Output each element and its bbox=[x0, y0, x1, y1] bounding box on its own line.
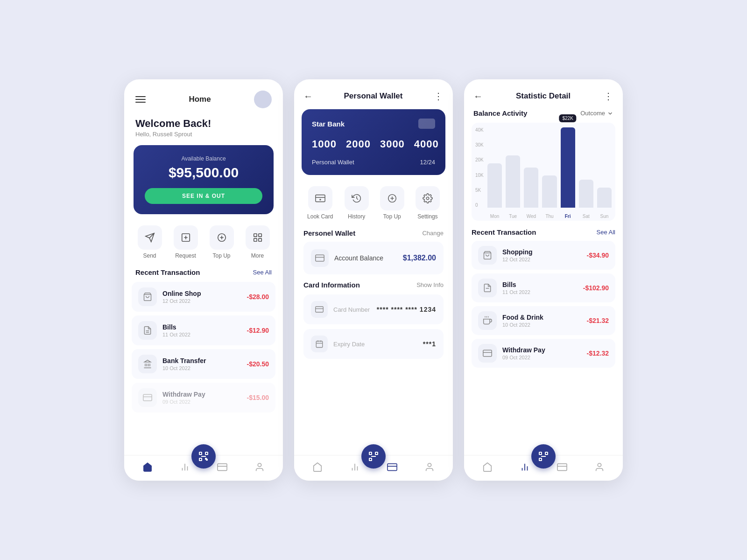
balance-amount: $95,500.00 bbox=[145, 165, 262, 181]
svg-rect-5 bbox=[258, 238, 261, 241]
nav-profile[interactable] bbox=[254, 462, 265, 472]
nav-home[interactable] bbox=[142, 462, 153, 472]
y-5k: 5K bbox=[475, 188, 484, 193]
more-action[interactable]: More bbox=[246, 225, 270, 259]
recent-tx-section: Recent Transaction See All Shopping 12 O… bbox=[464, 228, 623, 368]
request-action[interactable]: Request bbox=[174, 225, 198, 259]
w-nav-wallet[interactable] bbox=[387, 462, 397, 472]
chart-bar[interactable] bbox=[561, 127, 575, 208]
chart-bar[interactable] bbox=[506, 155, 520, 208]
more-label: More bbox=[251, 252, 264, 259]
chart-y-labels: 40K 30K 20K 10K 5K 0 bbox=[475, 127, 484, 208]
w-nav-profile[interactable] bbox=[424, 462, 435, 472]
account-balance-card: Account Balance $1,382.00 bbox=[303, 242, 444, 274]
s3-fab-scan[interactable] bbox=[531, 444, 556, 469]
back-button[interactable]: ← bbox=[303, 91, 313, 102]
outcome-filter[interactable]: Outcome bbox=[580, 110, 613, 117]
card-info-title: Card Information bbox=[303, 281, 360, 289]
statistic-header: ← Statistic Detail ⋮ bbox=[464, 79, 623, 109]
hamburger-icon[interactable] bbox=[135, 96, 146, 103]
svg-rect-32 bbox=[316, 255, 324, 261]
show-info-button[interactable]: Show Info bbox=[416, 281, 444, 288]
chart-x-label: Sat bbox=[579, 214, 593, 219]
card-num-4: 4000 bbox=[414, 138, 439, 150]
s3-bill-icon bbox=[478, 279, 497, 297]
s3-tx-name: Shopping bbox=[502, 248, 581, 256]
s3-see-all[interactable]: See All bbox=[597, 229, 615, 236]
more-icon bbox=[246, 225, 270, 250]
request-label: Request bbox=[175, 252, 196, 259]
s3-back-button[interactable]: ← bbox=[473, 91, 483, 102]
more-menu-button[interactable]: ⋮ bbox=[434, 91, 444, 102]
lookcard-label: Look Card bbox=[307, 213, 333, 220]
balance-activity-title: Balance Activity bbox=[473, 109, 527, 117]
svg-rect-34 bbox=[316, 307, 324, 312]
chart-bar[interactable] bbox=[542, 175, 557, 208]
balance-chart: 40K 30K 20K 10K 5K 0 $22K MonTueWedThuFr… bbox=[472, 123, 615, 221]
w-nav-home[interactable] bbox=[312, 462, 323, 472]
s3-nav-home[interactable] bbox=[482, 462, 493, 472]
s3-more-button[interactable]: ⋮ bbox=[604, 91, 613, 102]
svg-rect-47 bbox=[388, 464, 397, 471]
request-icon bbox=[174, 225, 198, 250]
svg-rect-61 bbox=[545, 452, 548, 455]
account-balance-label: Account Balance bbox=[334, 254, 397, 262]
svg-point-49 bbox=[428, 463, 431, 467]
chart-bar[interactable] bbox=[579, 180, 593, 208]
chart-x-label: Wed bbox=[524, 214, 538, 219]
send-action[interactable]: Send bbox=[138, 225, 162, 259]
s3-nav-stats[interactable] bbox=[520, 462, 530, 472]
table-row: Bills 11 Oct 2022 -$102.90 bbox=[472, 273, 615, 302]
change-button[interactable]: Change bbox=[422, 230, 444, 237]
balance-card: Available Balance $95,500.00 SEE IN & OU… bbox=[134, 145, 274, 214]
s3-tx-amount: -$21.32 bbox=[587, 317, 609, 324]
w-fab-scan[interactable] bbox=[361, 444, 386, 469]
svg-rect-44 bbox=[375, 452, 378, 455]
card-number-label: Card Number bbox=[333, 306, 371, 313]
s3-nav-profile[interactable] bbox=[594, 462, 605, 472]
greeting-text: Hello, Russell Sprout bbox=[135, 131, 272, 138]
wallet-topup-action[interactable]: Top Up bbox=[380, 186, 404, 220]
chart-bar[interactable] bbox=[487, 163, 502, 208]
tx-date: 09 Oct 2022 bbox=[162, 399, 241, 405]
card-numbers: 1000 2000 3000 4000 bbox=[312, 138, 435, 150]
tx-info: Withdraw Pay 09 Oct 2022 bbox=[162, 391, 241, 405]
wallet-actions: Look Card History Top Up bbox=[294, 184, 453, 229]
expiry-date-field: Expiry Date ***1 bbox=[303, 329, 444, 359]
chart-bar[interactable] bbox=[597, 188, 612, 208]
svg-rect-4 bbox=[254, 238, 256, 241]
chart-bar-col bbox=[579, 127, 593, 208]
topup-action[interactable]: Top Up bbox=[210, 225, 234, 259]
home-screen: Home Welcome Back! Hello, Russell Sprout… bbox=[124, 79, 283, 481]
s3-nav-wallet[interactable] bbox=[557, 462, 567, 472]
card-number-icon bbox=[311, 301, 328, 318]
balance-activity-header: Balance Activity Outcome bbox=[464, 109, 623, 123]
tx-amount: -$28.00 bbox=[247, 293, 269, 301]
chart-bar-col bbox=[506, 127, 520, 208]
s3-shop-icon bbox=[478, 246, 497, 265]
lookcard-action[interactable]: Look Card bbox=[307, 186, 333, 220]
topup-label: Top Up bbox=[212, 252, 230, 259]
chart-bar[interactable] bbox=[524, 168, 538, 208]
nav-stats[interactable] bbox=[180, 462, 190, 472]
s3-tx-date: 11 Oct 2022 bbox=[502, 289, 578, 295]
w-nav-stats[interactable] bbox=[350, 462, 360, 472]
tx-name: Bank Transfer bbox=[162, 357, 241, 364]
chart-x-label: Fri bbox=[561, 214, 575, 219]
fab-scan[interactable] bbox=[191, 444, 216, 469]
s3-tx-amount: -$34.90 bbox=[587, 252, 609, 259]
nav-wallet[interactable] bbox=[217, 462, 227, 472]
y-10k: 10K bbox=[475, 173, 484, 178]
svg-rect-62 bbox=[539, 458, 542, 461]
card-num-3: 3000 bbox=[380, 138, 405, 150]
shop-icon bbox=[138, 287, 157, 306]
s3-recent-title: Recent Transaction bbox=[472, 228, 536, 236]
see-in-out-button[interactable]: SEE IN & OUT bbox=[145, 188, 262, 204]
chart-bar-col bbox=[524, 127, 538, 208]
settings-action[interactable]: Settings bbox=[416, 186, 440, 220]
chart-x-label: Mon bbox=[487, 214, 502, 219]
y-30k: 30K bbox=[475, 142, 484, 147]
card-number-value: **** **** **** 1234 bbox=[377, 306, 436, 313]
see-all-button[interactable]: See All bbox=[253, 269, 272, 276]
history-action[interactable]: History bbox=[345, 186, 369, 220]
